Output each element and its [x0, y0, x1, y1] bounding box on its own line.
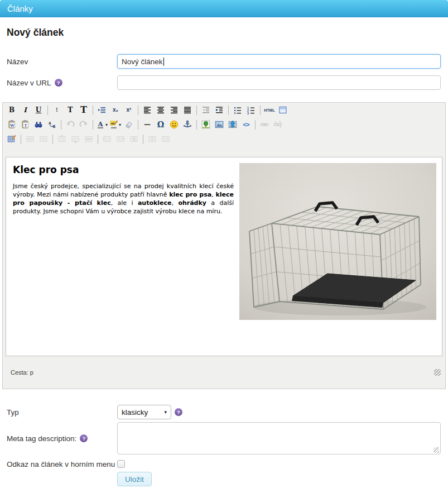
merge-cells-icon	[160, 133, 172, 145]
typ-select[interactable]: klasicky ▾	[117, 405, 171, 419]
chevron-down-icon[interactable]: ▾	[119, 122, 121, 127]
anchor-icon[interactable]	[181, 118, 194, 131]
section-title: Články	[7, 4, 33, 13]
paste-word-icon[interactable]: W	[6, 118, 18, 131]
toolbar-separator	[255, 120, 256, 130]
nazev-input[interactable]: Nový článek	[117, 54, 441, 69]
svg-text:ab: ab	[111, 122, 115, 125]
align-right-icon[interactable]	[168, 104, 180, 116]
nazev-url-label: Název v URL	[7, 79, 51, 87]
meta-label: Meta tag description:	[7, 434, 76, 443]
chevron-down-icon[interactable]: ▾	[105, 122, 108, 127]
fullscreen-icon[interactable]	[277, 104, 289, 116]
toolbar-separator	[93, 106, 93, 115]
align-left-icon[interactable]	[141, 104, 153, 116]
field-row-menu-link: Odkaz na článek v horním menu	[7, 460, 448, 468]
subscript-icon[interactable]: x₂	[109, 104, 122, 116]
bullet-list-icon[interactable]	[232, 104, 244, 116]
emoticon-icon[interactable]	[168, 118, 180, 131]
table-row-props-icon	[24, 133, 36, 145]
toolbar-separator	[47, 106, 48, 115]
advanced-image-icon[interactable]	[213, 118, 225, 131]
toolbar-separator	[260, 106, 261, 115]
svg-text:A: A	[49, 121, 51, 125]
link-icon	[258, 118, 271, 131]
field-row-nazev: Název Nový článek	[7, 54, 448, 69]
editor-content-area[interactable]: Klec pro psa Jsme český prodejce, specia…	[6, 157, 442, 356]
align-justify-icon[interactable]	[181, 104, 194, 116]
nazev-url-input[interactable]	[117, 75, 441, 90]
chevron-down-icon: ▾	[164, 409, 167, 415]
textarea-resize-handle[interactable]	[433, 447, 439, 453]
toolbar-separator	[143, 135, 143, 144]
remove-format-icon[interactable]	[123, 118, 135, 131]
toolbar-separator	[52, 135, 53, 144]
text-color-icon[interactable]: A▾	[96, 118, 108, 131]
toolbar-separator	[61, 120, 61, 130]
toolbar-separator	[93, 120, 93, 130]
toolbar-separator	[98, 135, 98, 144]
outdent-icon	[200, 104, 212, 116]
help-icon[interactable]: ?	[55, 79, 62, 87]
html-source-icon[interactable]: HTML	[263, 104, 276, 116]
delete-row-icon	[83, 133, 95, 145]
insert-row-after-icon	[69, 133, 81, 145]
redo-icon	[78, 118, 90, 131]
find-icon[interactable]	[32, 118, 45, 131]
font-small-icon[interactable]: t	[51, 104, 63, 116]
meta-description-textarea[interactable]	[117, 422, 441, 454]
editor-statusbar: Cesta: p	[3, 356, 445, 389]
typ-label: Typ	[7, 408, 117, 417]
highlight-color-icon[interactable]: ab▾	[109, 118, 122, 131]
editor-toolbar: BIUtTTx₂x²123HTML W TABA▾ab▾—Ω<>	[3, 103, 445, 146]
replace-icon[interactable]: AB	[46, 118, 58, 131]
help-icon[interactable]: ?	[175, 408, 182, 416]
save-button[interactable]: Uložit	[117, 472, 152, 486]
toolbar-separator	[196, 106, 197, 115]
field-row-meta: Meta tag description: ?	[7, 422, 448, 454]
page-title: Nový článek	[7, 27, 448, 38]
field-row-nazev-url: Název v URL ?	[7, 75, 448, 90]
bold-icon[interactable]: B	[6, 104, 18, 116]
special-char-icon[interactable]: Ω	[155, 118, 167, 131]
insert-col-after-icon	[114, 133, 127, 145]
underline-icon[interactable]: U	[32, 104, 45, 116]
edit-table-icon[interactable]	[6, 133, 18, 145]
help-icon[interactable]: ?	[80, 434, 88, 442]
unlink-icon	[272, 118, 284, 131]
source-code-icon[interactable]: <>	[240, 118, 252, 131]
insert-image-icon[interactable]	[200, 118, 212, 131]
font-medium-icon[interactable]: T	[64, 104, 76, 116]
blockquote-icon[interactable]	[96, 104, 108, 116]
toolbar-separator	[138, 120, 138, 130]
paste-text-icon[interactable]: T	[19, 118, 31, 131]
actions-row: Uložit	[7, 472, 448, 486]
numbered-list-icon[interactable]: 123	[245, 104, 257, 116]
italic-icon[interactable]: I	[19, 104, 31, 116]
section-header-bar: Články	[0, 0, 448, 17]
menu-link-checkbox[interactable]	[117, 460, 125, 468]
menu-link-label: Odkaz na článek v horním menu	[7, 460, 117, 468]
text-caret	[163, 58, 164, 66]
wysiwyg-editor: BIUtTTx₂x²123HTML W TABA▾ab▾—Ω<> Klec p	[2, 102, 446, 389]
horizontal-rule-icon[interactable]: —	[141, 118, 153, 131]
typ-select-value: klasicky	[122, 408, 148, 417]
upload-image-icon[interactable]	[227, 118, 239, 131]
undo-icon	[64, 118, 76, 131]
svg-text:W: W	[9, 123, 15, 128]
svg-text:A: A	[98, 121, 103, 128]
toolbar-separator	[138, 106, 138, 115]
font-large-icon[interactable]: T	[78, 104, 90, 116]
insert-row-before-icon	[56, 133, 68, 145]
editor-resize-handle[interactable]	[434, 369, 441, 376]
dog-cage-image[interactable]	[239, 163, 436, 320]
toolbar-separator	[21, 135, 21, 144]
insert-col-before-icon	[101, 133, 113, 145]
align-center-icon[interactable]	[155, 104, 167, 116]
nazev-input-value: Nový článek	[122, 58, 163, 66]
split-cells-icon	[146, 133, 158, 145]
field-row-typ: Typ klasicky ▾ ?	[7, 405, 448, 419]
superscript-icon[interactable]: x²	[123, 104, 135, 116]
nazev-label: Název	[7, 58, 117, 66]
indent-icon[interactable]	[213, 104, 225, 116]
